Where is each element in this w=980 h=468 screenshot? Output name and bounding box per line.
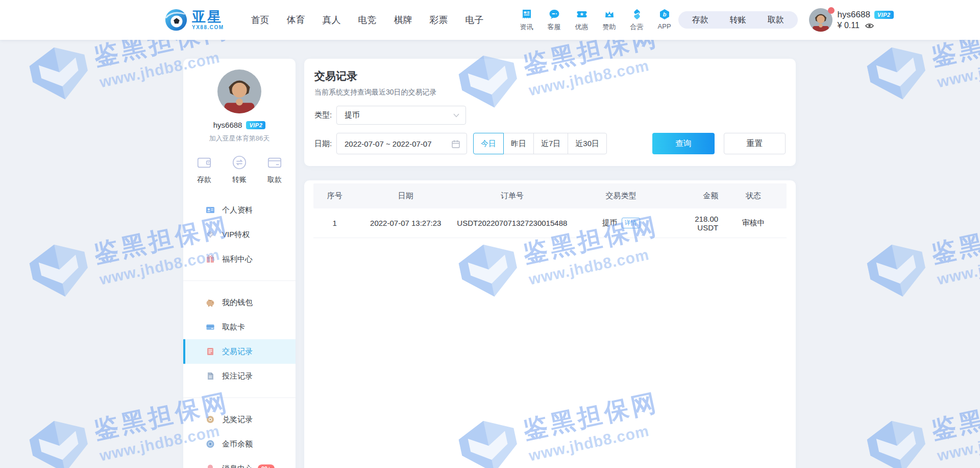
quicklink-sponsor[interactable]: 赞助	[596, 8, 623, 32]
date-range-group: 今日 昨日 近7日 近30日	[473, 133, 607, 154]
quicklink-app[interactable]: b APP	[651, 8, 678, 32]
type-select[interactable]: 提币	[336, 106, 466, 125]
column-header-order-no: 订单号	[455, 191, 569, 201]
sidebar-item-my-wallet[interactable]: 我的钱包	[183, 290, 296, 315]
calendar-icon	[451, 139, 460, 149]
nav-item-home[interactable]: 首页	[245, 14, 276, 26]
nav-item-esports[interactable]: 电竞	[352, 14, 383, 26]
nav-item-slots[interactable]: 电子	[459, 14, 490, 26]
deposit-wallet-icon	[196, 154, 212, 171]
support-chat-icon	[548, 8, 560, 20]
quicklink-label: 客服	[548, 22, 561, 32]
sidebar-vip-badge: VIP2	[246, 121, 265, 129]
jhdb8-watermark-logo	[24, 238, 94, 303]
date-range-input[interactable]: 2022-07-07 ~ 2022-07-07	[336, 133, 467, 154]
range-7days-button[interactable]: 近7日	[533, 133, 568, 154]
profile-card-icon	[206, 205, 215, 215]
sidebar-item-label: 交易记录	[222, 347, 253, 357]
vip-privilege-icon	[206, 230, 215, 239]
top-header: 亚星 YX88.COM 首页 体育 真人 电竞 棋牌 彩票 电子 资讯	[0, 0, 980, 40]
sidebar-item-label: 兑奖记录	[222, 415, 253, 425]
quicklink-partner[interactable]: 合营	[623, 8, 651, 32]
quick-action-transfer[interactable]: 转账	[225, 154, 254, 184]
message-bell-icon	[206, 464, 215, 468]
sidebar-item-withdraw-card[interactable]: 取款卡	[183, 315, 296, 339]
sidebar-item-coin-balance[interactable]: 金币余额	[183, 432, 296, 456]
site-logo[interactable]: 亚星 YX88.COM	[164, 8, 224, 32]
quicklink-label: 赞助	[603, 22, 616, 32]
quicklink-news[interactable]: 资讯	[513, 8, 541, 32]
user-box: hys6688 VIP2 ¥ 0.11	[809, 8, 894, 32]
quick-action-withdraw[interactable]: 取款	[260, 154, 289, 184]
range-today-button[interactable]: 今日	[473, 133, 504, 154]
unread-count-badge: 99+	[258, 464, 275, 468]
nav-item-chess[interactable]: 棋牌	[388, 14, 419, 26]
icon-nav: 资讯 客服 优惠 赞助	[513, 8, 678, 32]
sidebar-item-label: 个人资料	[222, 205, 253, 215]
watermark-text: 鉴黑担保网	[928, 209, 980, 270]
balance-amount: ¥ 0.11	[838, 21, 860, 30]
sidebar-quick-actions: 存款 转账 取款	[183, 154, 296, 184]
wallet-piggy-icon	[206, 298, 215, 307]
nav-item-lottery[interactable]: 彩票	[424, 14, 454, 26]
jhdb8-watermark-logo	[24, 41, 94, 106]
column-header-status: 状态	[720, 191, 787, 201]
watermark-text: 鉴黑担保网	[928, 386, 980, 447]
jhdb8-watermark-logo	[862, 238, 932, 303]
quick-action-deposit[interactable]: 存款	[190, 154, 218, 184]
transfer-icon	[231, 154, 248, 171]
cell-seq: 1	[313, 219, 356, 227]
quicklink-support[interactable]: 客服	[541, 8, 568, 32]
jhdb8-watermark-logo	[862, 41, 932, 106]
cell-date: 2022-07-07 13:27:23	[356, 219, 455, 227]
sidebar-item-welfare-center[interactable]: 福利中心	[183, 247, 296, 271]
table-header-row: 序号 日期 订单号 交易类型 金额 状态	[313, 183, 787, 208]
sidebar-item-transaction-records[interactable]: 交易记录	[183, 339, 296, 364]
quick-action-label: 存款	[197, 175, 211, 184]
search-button[interactable]: 查询	[652, 133, 715, 154]
transaction-doc-icon	[206, 347, 215, 356]
football-logo-icon	[164, 8, 188, 32]
profile-avatar[interactable]	[217, 69, 261, 113]
menu-divider	[183, 397, 296, 398]
table-row: 1 2022-07-07 13:27:23 USDT20220707132723…	[313, 208, 787, 238]
watermark-url: www.jhdb8.com	[936, 419, 980, 464]
nav-item-live-casino[interactable]: 真人	[316, 14, 347, 26]
pill-deposit[interactable]: 存款	[692, 15, 708, 26]
user-avatar[interactable]	[809, 8, 832, 32]
sidebar-item-bet-records[interactable]: 投注记录	[183, 364, 296, 388]
notification-dot	[828, 7, 835, 14]
sidebar-item-profile[interactable]: 个人资料	[183, 198, 296, 222]
column-header-type: 交易类型	[569, 191, 673, 201]
logo-brand: 亚星	[192, 10, 224, 24]
reset-button[interactable]: 重置	[724, 133, 786, 154]
sponsor-crown-icon	[603, 8, 616, 20]
bet-record-icon	[206, 371, 215, 381]
wallet-pill: 存款 转账 取款	[678, 11, 798, 29]
promo-ticket-icon	[576, 8, 588, 20]
range-yesterday-button[interactable]: 昨日	[503, 133, 534, 154]
partner-handshake-icon	[631, 8, 643, 20]
toggle-balance-eye-icon[interactable]	[865, 22, 874, 30]
profile-sidebar: hys6688 VIP2 加入亚星体育第86天 存款 转账	[183, 59, 296, 468]
nav-item-sports[interactable]: 体育	[281, 14, 311, 26]
page-subtitle: 当前系统支持查询最近30日的交易记录	[314, 88, 786, 97]
column-header-amount: 金额	[673, 191, 720, 201]
sidebar-item-message-center[interactable]: 消息中心 99+	[183, 456, 296, 468]
sidebar-item-vip-privilege[interactable]: VIP特权	[183, 222, 296, 247]
chevron-down-icon	[453, 113, 459, 118]
pill-transfer[interactable]: 转账	[730, 15, 746, 26]
sidebar-item-redeem-records[interactable]: 兑奖记录	[183, 407, 296, 432]
detail-tag-button[interactable]: 详情	[622, 218, 640, 228]
range-30days-button[interactable]: 近30日	[568, 133, 607, 154]
quicklink-promotions[interactable]: 优惠	[568, 8, 596, 32]
watermark: 鉴黑担保网www.jhdb8.com	[862, 384, 980, 468]
news-icon	[521, 8, 533, 20]
withdraw-card-icon	[266, 154, 283, 171]
header-username: hys6688	[838, 10, 870, 20]
svg-text:b: b	[663, 11, 666, 17]
logo-domain: YX88.COM	[192, 25, 224, 30]
pill-withdraw[interactable]: 取款	[768, 15, 784, 26]
type-select-value: 提币	[345, 110, 360, 120]
quicklink-label: 合营	[630, 22, 644, 32]
